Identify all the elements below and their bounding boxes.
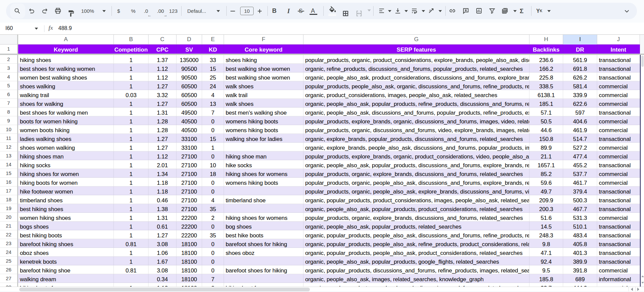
svg-text:A: A (429, 9, 431, 12)
